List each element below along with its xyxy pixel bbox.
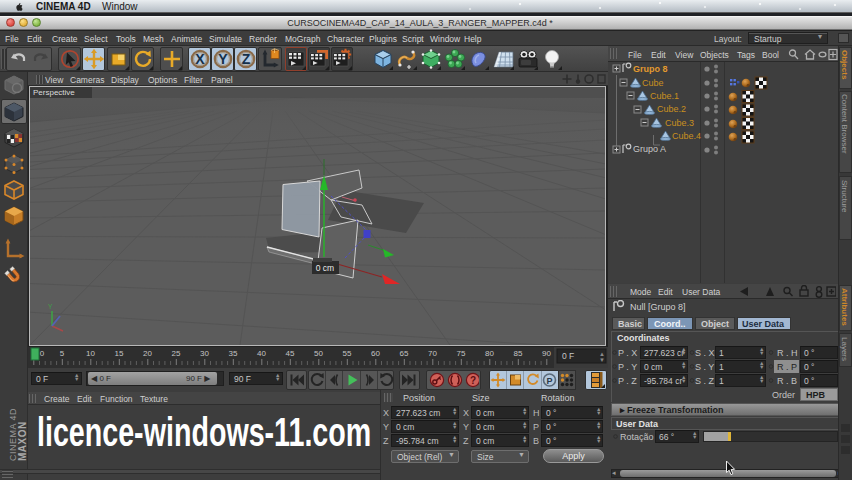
svg-text:75: 75: [457, 349, 466, 358]
svg-text:0 F: 0 F: [562, 351, 574, 361]
svg-text:90: 90: [542, 349, 551, 358]
svg-text:▲: ▲: [599, 351, 605, 357]
svg-text:80: 80: [485, 349, 494, 358]
svg-text:0: 0: [40, 349, 45, 358]
svg-text:40: 40: [257, 349, 266, 358]
svg-text:55: 55: [343, 349, 352, 358]
svg-text:Y: Y: [218, 51, 228, 67]
svg-text:X: X: [195, 51, 205, 67]
svg-text:Z: Z: [242, 51, 251, 67]
svg-text:Y: Y: [48, 303, 53, 310]
svg-text:85: 85: [514, 349, 523, 358]
svg-text:0 cm: 0 cm: [316, 263, 334, 273]
svg-text:25: 25: [172, 349, 181, 358]
svg-text:30: 30: [200, 349, 209, 358]
svg-text:70: 70: [428, 349, 437, 358]
svg-text:45: 45: [286, 349, 295, 358]
svg-text:10: 10: [86, 349, 95, 358]
svg-text:▼: ▼: [599, 357, 605, 363]
svg-text:50: 50: [314, 349, 323, 358]
svg-text:5: 5: [60, 349, 65, 358]
svg-text:65: 65: [400, 349, 409, 358]
svg-text:15: 15: [115, 349, 124, 358]
svg-text:60: 60: [371, 349, 380, 358]
svg-text:?: ?: [470, 375, 476, 386]
svg-text:20: 20: [143, 349, 152, 358]
svg-text:P: P: [546, 376, 552, 386]
svg-text:35: 35: [229, 349, 238, 358]
